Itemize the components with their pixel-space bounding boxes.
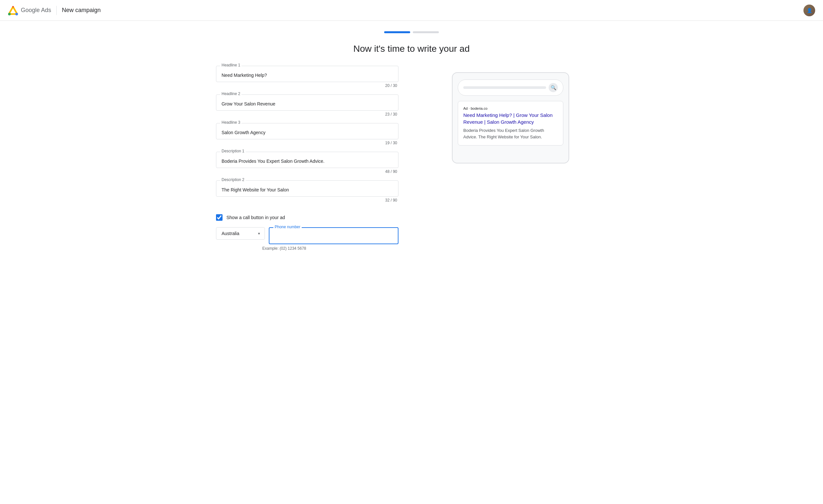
description1-wrapper: Description 1 [216, 152, 398, 168]
form-column: Headline 1 20 / 30 Headline 2 23 / 30 He… [216, 66, 398, 251]
preview-column: 🔍 Ad · boderia.co Need Marketing Help? |… [414, 66, 607, 164]
headline1-label: Headline 1 [220, 63, 241, 67]
phone-input-wrapper: Phone number [269, 227, 398, 244]
google-ads-logo: Google Ads [8, 5, 51, 16]
ad-description: Boderia Provides You Expert Salon Growth… [463, 127, 558, 140]
description2-group: Description 2 32 / 90 [216, 180, 398, 206]
ad-domain: · boderia.co [469, 106, 488, 110]
header-divider [56, 6, 57, 15]
phone-input[interactable] [270, 228, 398, 244]
content-layout: Headline 1 20 / 30 Headline 2 23 / 30 He… [216, 66, 607, 251]
headline2-wrapper: Headline 2 [216, 94, 398, 111]
avatar[interactable]: 👤 [803, 5, 815, 16]
description2-counter: 32 / 90 [216, 197, 398, 206]
description2-label: Description 2 [220, 178, 245, 182]
preview-search-bar: 🔍 [458, 79, 563, 96]
headline3-wrapper: Headline 3 [216, 123, 398, 139]
call-button-checkbox[interactable] [216, 214, 222, 221]
headline3-counter: 19 / 30 [216, 139, 398, 149]
ad-preview-card: 🔍 Ad · boderia.co Need Marketing Help? |… [452, 72, 569, 164]
description1-input[interactable] [216, 152, 398, 168]
description1-counter: 48 / 90 [216, 168, 398, 178]
avatar-image: 👤 [803, 5, 815, 16]
ad-label: Ad [463, 106, 468, 110]
progress-segment-1 [384, 31, 410, 33]
ad-title: Need Marketing Help? | Grow Your Salon R… [463, 112, 558, 125]
header: Google Ads New campaign 👤 [0, 0, 823, 21]
headline2-label: Headline 2 [220, 91, 241, 96]
preview-search-input-bar [463, 86, 546, 89]
header-left: Google Ads New campaign [8, 5, 101, 16]
headline1-input[interactable] [216, 66, 398, 82]
google-ads-icon [8, 5, 18, 16]
search-icon: 🔍 [549, 83, 558, 92]
svg-point-2 [15, 13, 18, 15]
headline2-group: Headline 2 23 / 30 [216, 94, 398, 120]
headline3-group: Headline 3 19 / 30 [216, 123, 398, 149]
country-select-wrapper[interactable]: Australia United States United Kingdom ▼ [216, 227, 265, 240]
headline2-input[interactable] [216, 95, 398, 110]
headline3-input[interactable] [216, 123, 398, 139]
description2-input[interactable] [216, 181, 398, 196]
call-button-row: Show a call button in your ad [216, 214, 398, 221]
svg-point-1 [8, 13, 11, 15]
description1-group: Description 1 48 / 90 [216, 152, 398, 178]
headline1-group: Headline 1 20 / 30 [216, 66, 398, 92]
logo-text: Google Ads [21, 7, 51, 14]
ad-badge: Ad · boderia.co [463, 106, 558, 110]
description2-wrapper: Description 2 [216, 180, 398, 197]
ad-result-card: Ad · boderia.co Need Marketing Help? | G… [458, 101, 563, 146]
svg-marker-0 [9, 7, 17, 14]
headline1-wrapper: Headline 1 [216, 66, 398, 82]
progress-segment-2 [413, 31, 439, 33]
call-button-label: Show a call button in your ad [226, 215, 285, 220]
campaign-title: New campaign [62, 7, 101, 14]
phone-row: Australia United States United Kingdom ▼… [216, 227, 398, 244]
phone-label: Phone number [273, 225, 302, 229]
headline3-label: Headline 3 [220, 120, 241, 125]
phone-example: Example: (02) 1234 5678 [262, 246, 398, 251]
headline2-counter: 23 / 30 [216, 111, 398, 120]
country-select[interactable]: Australia United States United Kingdom [221, 231, 261, 236]
description1-label: Description 1 [220, 149, 245, 153]
page-heading: Now it's time to write your ad [353, 44, 470, 54]
progress-bar [384, 31, 439, 33]
main-content: Now it's time to write your ad Headline … [0, 21, 823, 270]
headline1-counter: 20 / 30 [216, 82, 398, 92]
